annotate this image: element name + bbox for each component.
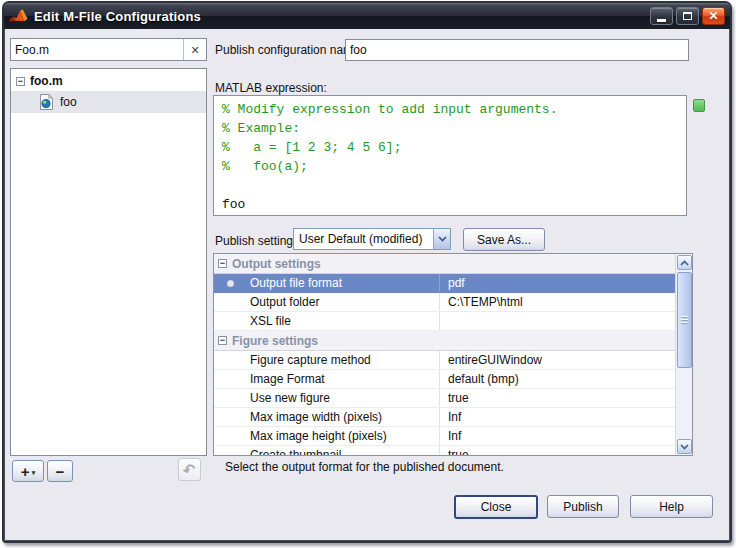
property-name: Output file format [250, 276, 342, 290]
publish-config-document-icon [39, 94, 54, 110]
tree-root-label: foo.m [30, 74, 63, 88]
group-name: Figure settings [232, 334, 318, 348]
property-name: Image Format [250, 372, 325, 386]
scroll-up-button[interactable] [677, 255, 692, 270]
property-value[interactable]: pdf [440, 276, 675, 290]
publish-settings-label: Publish settings: [215, 234, 302, 248]
close-window-button[interactable]: ✕ [702, 7, 725, 25]
window-title: Edit M-File Configurations [34, 9, 201, 24]
property-group-header[interactable]: −Output settings [214, 254, 675, 274]
scroll-down-button[interactable] [677, 439, 692, 454]
property-name: Create thumbnail [250, 448, 341, 455]
property-value[interactable]: Inf [440, 429, 675, 443]
publish-settings-table: −Output settingsOutput file formatpdfOut… [213, 253, 693, 456]
clear-x-icon: × [191, 42, 199, 58]
search-input[interactable] [11, 39, 183, 60]
minimize-button[interactable] [650, 7, 673, 25]
code-line: % foo(a); [222, 159, 678, 178]
close-icon: ✕ [708, 9, 718, 23]
scrollbar-thumb[interactable] [677, 272, 692, 368]
code-analyzer-indicator-icon [693, 99, 705, 112]
chevron-up-icon [680, 260, 689, 266]
property-value[interactable]: true [440, 391, 675, 405]
property-name-cell: Output file format [214, 274, 440, 292]
property-name: Max image width (pixels) [250, 410, 382, 424]
dropdown-selected-value: User Default (modified) [294, 229, 433, 249]
property-row[interactable]: XSL file [214, 312, 675, 331]
chevron-down-icon [680, 444, 689, 450]
property-name-cell: XSL file [214, 312, 440, 330]
matlab-expression-editor[interactable]: % Modify expression to add input argumen… [213, 95, 687, 216]
add-configuration-button[interactable]: +▾ [12, 460, 44, 482]
property-row[interactable]: Image Formatdefault (bmp) [214, 370, 675, 389]
property-name-cell: Create thumbnail [214, 446, 440, 455]
dropdown-arrow-icon: ▾ [32, 469, 36, 477]
maximize-button[interactable] [676, 7, 699, 25]
configuration-name-input[interactable] [345, 39, 689, 61]
configuration-name-label: Publish configuration name: [215, 43, 363, 57]
property-name: Output folder [250, 295, 319, 309]
tree-item-foo[interactable]: foo [11, 91, 206, 113]
property-row[interactable]: Max image width (pixels)Inf [214, 408, 675, 427]
minus-icon: − [56, 463, 65, 480]
code-line: % Example: [222, 121, 678, 140]
property-group-header[interactable]: −Figure settings [214, 331, 675, 351]
property-name: XSL file [250, 314, 291, 328]
thumb-grip [681, 317, 688, 318]
tree-item-label: foo [60, 95, 77, 109]
undo-button[interactable]: ↶ [178, 458, 201, 481]
matlab-logo-icon [9, 9, 28, 24]
configuration-tree: − foo.m foo [10, 68, 207, 456]
dropdown-arrow-button[interactable] [433, 229, 450, 249]
collapse-icon[interactable]: − [218, 259, 227, 268]
tree-root-foo-m[interactable]: − foo.m [11, 69, 206, 91]
property-value[interactable]: Inf [440, 410, 675, 424]
property-row[interactable]: Create thumbnailtrue [214, 446, 675, 455]
property-name-cell: Image Format [214, 370, 440, 388]
code-line: % Modify expression to add input argumen… [222, 102, 678, 121]
property-name-cell: Use new figure [214, 389, 440, 407]
property-name-cell: Output folder [214, 293, 440, 311]
collapse-icon[interactable]: − [218, 336, 227, 345]
dialog-content: × − foo.m foo +▾ − ↶ [4, 29, 730, 541]
dialog-window: Edit M-File Configurations ✕ × − foo.m [2, 1, 732, 543]
property-row[interactable]: Output file formatpdf [214, 274, 675, 293]
property-value[interactable]: true [440, 448, 675, 455]
undo-arrow-icon: ↶ [181, 459, 198, 480]
property-row[interactable]: Use new figuretrue [214, 389, 675, 408]
property-row[interactable]: Max image height (pixels)Inf [214, 427, 675, 446]
clear-search-button[interactable]: × [183, 39, 206, 60]
property-row[interactable]: Output folderC:\TEMP\html [214, 293, 675, 312]
property-row[interactable]: Figure capture methodentireGUIWindow [214, 351, 675, 370]
remove-configuration-button[interactable]: − [47, 460, 73, 482]
status-text: Select the output format for the publish… [225, 460, 504, 474]
maximize-icon [683, 12, 692, 20]
minimize-icon [657, 19, 666, 22]
save-as-button[interactable]: Save As... [463, 228, 545, 251]
property-value[interactable]: entireGUIWindow [440, 353, 675, 367]
property-name-cell: Max image height (pixels) [214, 427, 440, 445]
matlab-expression-label: MATLAB expression: [215, 81, 327, 95]
collapse-icon[interactable]: − [16, 77, 25, 86]
property-value[interactable]: default (bmp) [440, 372, 675, 386]
title-bar[interactable]: Edit M-File Configurations ✕ [4, 3, 730, 29]
property-name: Max image height (pixels) [250, 429, 387, 443]
vertical-scrollbar[interactable] [675, 254, 692, 455]
help-button[interactable]: Help [630, 495, 713, 518]
code-line: % a = [1 2 3; 4 5 6]; [222, 140, 678, 159]
property-value[interactable]: C:\TEMP\html [440, 295, 675, 309]
chevron-down-icon [438, 236, 447, 242]
group-name: Output settings [232, 257, 321, 271]
selected-row-bullet-icon [227, 280, 234, 287]
plus-icon: + [21, 463, 30, 480]
configuration-search-box: × [10, 38, 207, 61]
property-name-cell: Max image width (pixels) [214, 408, 440, 426]
property-rows: −Output settingsOutput file formatpdfOut… [214, 254, 675, 455]
code-line [222, 178, 678, 197]
close-button[interactable]: Close [454, 495, 538, 519]
property-name-cell: Figure capture method [214, 351, 440, 369]
publish-settings-dropdown[interactable]: User Default (modified) [293, 228, 451, 250]
publish-button[interactable]: Publish [547, 495, 619, 518]
property-name: Use new figure [250, 391, 330, 405]
property-name: Figure capture method [250, 353, 371, 367]
